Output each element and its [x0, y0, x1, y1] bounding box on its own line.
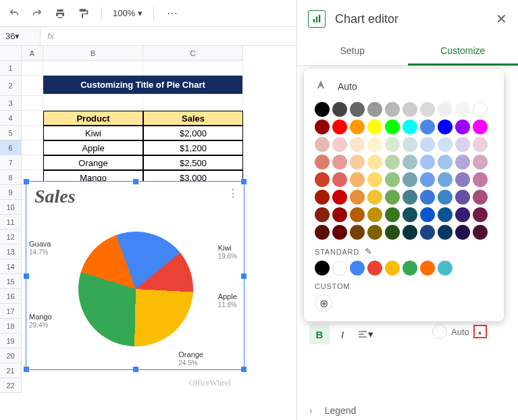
color-swatch[interactable] — [438, 225, 452, 240]
color-swatch[interactable] — [420, 155, 435, 169]
color-swatch[interactable] — [385, 120, 400, 134]
resize-handle[interactable] — [241, 367, 247, 372]
color-swatch[interactable] — [455, 137, 470, 152]
resize-handle[interactable] — [133, 179, 138, 184]
row-header[interactable]: 3 — [0, 96, 22, 111]
select-all-corner[interactable] — [0, 46, 22, 61]
color-swatch[interactable] — [367, 120, 382, 134]
row-header[interactable]: 19 — [0, 334, 22, 348]
color-swatch[interactable] — [350, 155, 365, 169]
title-banner[interactable]: Customizing Title of Pie Chart — [43, 76, 243, 95]
row-header[interactable]: 6 — [0, 140, 22, 155]
color-swatch[interactable] — [367, 261, 382, 275]
color-swatch[interactable] — [438, 120, 452, 134]
color-swatch[interactable] — [350, 190, 365, 205]
color-swatch[interactable] — [350, 261, 365, 275]
print-icon[interactable] — [53, 6, 68, 21]
color-swatch[interactable] — [403, 225, 417, 240]
resize-handle[interactable] — [24, 367, 29, 372]
color-swatch[interactable] — [420, 137, 435, 152]
chart-title[interactable]: Sales — [26, 182, 244, 211]
color-swatch[interactable] — [350, 120, 365, 134]
color-swatch[interactable] — [332, 172, 347, 187]
color-swatch[interactable] — [350, 102, 365, 117]
name-box[interactable]: 36 ▾ — [0, 27, 41, 45]
color-swatch[interactable] — [455, 225, 470, 240]
color-swatch[interactable] — [438, 137, 452, 152]
color-swatch[interactable] — [385, 207, 400, 222]
pencil-icon[interactable]: ✎ — [365, 246, 373, 257]
color-swatch[interactable] — [438, 155, 452, 169]
color-swatch[interactable] — [420, 207, 435, 222]
color-swatch[interactable] — [473, 172, 488, 187]
color-swatch[interactable] — [473, 102, 488, 117]
row-header[interactable]: 10 — [0, 200, 22, 215]
color-swatch[interactable] — [385, 102, 400, 117]
row-header[interactable]: 13 — [0, 244, 22, 259]
color-swatch[interactable] — [367, 102, 382, 117]
embedded-pie-chart[interactable]: Sales ⋮ Kiwi19.6% Apple11.8% Orange24.5%… — [26, 181, 244, 370]
color-swatch[interactable] — [385, 190, 400, 205]
color-swatch[interactable] — [315, 207, 330, 222]
color-swatch[interactable] — [403, 137, 417, 152]
color-swatch[interactable] — [403, 207, 417, 222]
color-swatch[interactable] — [332, 225, 347, 240]
color-swatch[interactable] — [367, 225, 382, 240]
row-header[interactable]: 9 — [0, 185, 22, 200]
row-header[interactable]: 8 — [0, 170, 22, 185]
color-swatch[interactable] — [438, 207, 452, 222]
resize-handle[interactable] — [241, 179, 247, 184]
color-swatch[interactable] — [403, 261, 417, 275]
resize-handle[interactable] — [133, 367, 138, 372]
bold-button[interactable]: B — [309, 324, 330, 344]
color-swatch[interactable] — [350, 172, 365, 187]
color-swatch[interactable] — [455, 207, 470, 222]
color-swatch[interactable] — [332, 190, 347, 205]
color-swatch[interactable] — [350, 137, 365, 152]
color-swatch[interactable] — [403, 155, 417, 169]
col-header[interactable]: B — [43, 46, 143, 61]
table-cell[interactable]: $2,500 — [143, 155, 243, 170]
color-swatch[interactable] — [403, 102, 417, 117]
color-swatch[interactable] — [455, 190, 470, 205]
zoom-select[interactable]: 100% ▾ — [113, 8, 143, 18]
color-swatch[interactable] — [332, 102, 347, 117]
text-color-control[interactable]: Auto ▴ — [432, 324, 487, 339]
color-dropdown-arrow-highlighted[interactable]: ▴ — [473, 325, 487, 338]
color-swatch[interactable] — [315, 261, 330, 275]
table-cell[interactable]: $2,000 — [143, 126, 243, 140]
color-swatch[interactable] — [473, 155, 488, 169]
row-header[interactable]: 16 — [0, 289, 22, 304]
color-swatch[interactable] — [455, 172, 470, 187]
tab-customize[interactable]: Customize — [408, 38, 519, 65]
color-swatch[interactable] — [455, 120, 470, 134]
color-swatch[interactable] — [332, 155, 347, 169]
color-swatch[interactable] — [385, 155, 400, 169]
close-icon[interactable]: ✕ — [496, 11, 507, 27]
color-swatch[interactable] — [455, 102, 470, 117]
row-header[interactable]: 21 — [0, 363, 22, 378]
color-swatch[interactable] — [315, 225, 330, 240]
color-swatch[interactable] — [350, 207, 365, 222]
color-swatch[interactable] — [367, 207, 382, 222]
color-auto-option[interactable]: Auto — [315, 78, 493, 94]
row-header[interactable]: 5 — [0, 126, 22, 140]
row-header[interactable]: 14 — [0, 259, 22, 274]
italic-button[interactable]: I — [332, 324, 353, 344]
row-header[interactable]: 11 — [0, 215, 22, 230]
paint-format-icon[interactable] — [76, 6, 90, 21]
tab-setup[interactable]: Setup — [297, 38, 408, 65]
row-header[interactable]: 15 — [0, 274, 22, 289]
align-button[interactable]: ▾ — [355, 324, 375, 344]
color-swatch[interactable] — [438, 190, 452, 205]
color-swatch[interactable] — [473, 137, 488, 152]
color-swatch[interactable] — [332, 207, 347, 222]
color-swatch[interactable] — [420, 261, 435, 275]
color-swatch[interactable] — [420, 120, 435, 134]
resize-handle[interactable] — [24, 179, 29, 184]
color-swatch[interactable] — [403, 190, 417, 205]
table-cell[interactable]: Orange — [43, 155, 143, 170]
color-swatch[interactable] — [367, 172, 382, 187]
color-swatch[interactable] — [420, 190, 435, 205]
color-swatch[interactable] — [473, 207, 488, 222]
